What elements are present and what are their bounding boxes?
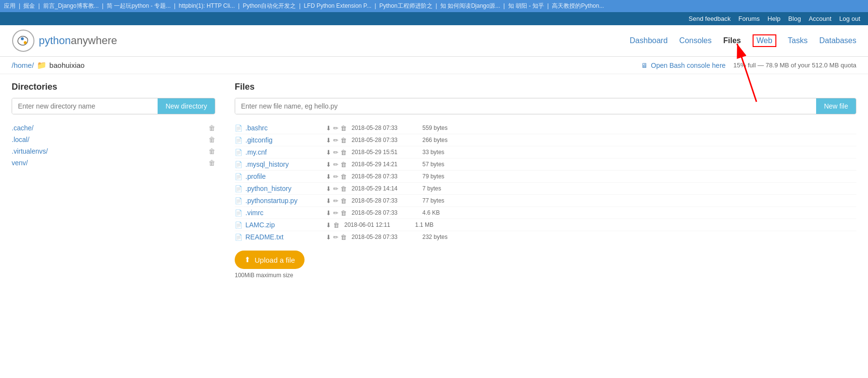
delete-file-icon[interactable]: 🗑 bbox=[340, 185, 347, 192]
delete-file-icon[interactable]: 🗑 bbox=[340, 197, 347, 205]
delete-directory-icon[interactable]: 🗑 bbox=[209, 124, 215, 132]
nav-dashboard[interactable]: Dashboard bbox=[630, 36, 668, 45]
account-link[interactable]: Account bbox=[809, 15, 832, 22]
breadcrumb-right: 🖥 Open Bash console here 15% full — 78.9… bbox=[641, 62, 856, 69]
forums-link[interactable]: Forums bbox=[739, 15, 760, 22]
new-directory-form: New directory bbox=[12, 98, 215, 114]
list-item: 📄 .my.cnf ⬇ ✏ 🗑 2018-05-29 15:51 33 byte… bbox=[235, 146, 856, 158]
new-directory-button[interactable]: New directory bbox=[158, 98, 215, 114]
file-link[interactable]: README.txt bbox=[245, 233, 323, 241]
edit-icon[interactable]: ✏ bbox=[333, 173, 338, 180]
download-icon[interactable]: ⬇ bbox=[326, 137, 331, 144]
delete-file-icon[interactable]: 🗑 bbox=[333, 221, 339, 229]
nav-web[interactable]: Web bbox=[753, 34, 776, 47]
send-feedback-link[interactable]: Send feedback bbox=[689, 15, 731, 22]
download-icon[interactable]: ⬇ bbox=[326, 209, 331, 217]
file-link[interactable]: .gitconfig bbox=[245, 136, 323, 144]
delete-file-icon[interactable]: 🗑 bbox=[340, 161, 347, 168]
file-icon: 📄 bbox=[235, 161, 242, 168]
list-item: 📄 .bashrc ⬇ ✏ 🗑 2018-05-28 07:33 559 byt… bbox=[235, 122, 856, 134]
file-link[interactable]: .profile bbox=[245, 173, 323, 180]
download-icon[interactable]: ⬇ bbox=[326, 221, 331, 229]
download-icon[interactable]: ⬇ bbox=[326, 197, 331, 205]
file-date: 2018-05-29 14:14 bbox=[352, 185, 419, 192]
delete-file-icon[interactable]: 🗑 bbox=[340, 125, 347, 132]
help-link[interactable]: Help bbox=[768, 15, 781, 22]
download-icon[interactable]: ⬇ bbox=[326, 161, 331, 168]
list-item: 📄 README.txt ⬇ ✏ 🗑 2018-05-28 07:33 232 … bbox=[235, 231, 856, 243]
edit-icon[interactable]: ✏ bbox=[333, 185, 338, 192]
new-directory-input[interactable] bbox=[12, 98, 158, 114]
delete-directory-icon[interactable]: 🗑 bbox=[209, 136, 215, 143]
file-link[interactable]: .mysql_history bbox=[245, 160, 323, 168]
upload-file-button[interactable]: ⬆ Upload a file bbox=[235, 251, 305, 269]
file-icon: 📄 bbox=[235, 221, 242, 229]
download-icon[interactable]: ⬇ bbox=[326, 185, 331, 192]
list-item: .virtualenvs/ 🗑 bbox=[12, 145, 215, 157]
directory-link[interactable]: .virtualenvs/ bbox=[12, 147, 48, 155]
new-file-form: New file bbox=[235, 98, 856, 114]
delete-file-icon[interactable]: 🗑 bbox=[340, 234, 347, 241]
list-item: .local/ 🗑 bbox=[12, 134, 215, 145]
file-link[interactable]: .pythonstartup.py bbox=[245, 197, 323, 205]
delete-file-icon[interactable]: 🗑 bbox=[340, 149, 347, 156]
list-item: 📄 .pythonstartup.py ⬇ ✏ 🗑 2018-05-28 07:… bbox=[235, 195, 856, 207]
logout-link[interactable]: Log out bbox=[839, 15, 860, 22]
file-size: 33 bytes bbox=[422, 149, 456, 156]
delete-file-icon[interactable]: 🗑 bbox=[340, 209, 347, 217]
home-link[interactable]: /home/ bbox=[12, 61, 34, 69]
blog-link[interactable]: Blog bbox=[788, 15, 801, 22]
file-link[interactable]: LAMC.zip bbox=[245, 221, 323, 229]
edit-icon[interactable]: ✏ bbox=[333, 125, 338, 132]
svg-point-1 bbox=[21, 37, 24, 40]
new-file-input[interactable] bbox=[235, 98, 816, 114]
file-actions: ⬇ ✏ 🗑 bbox=[326, 185, 347, 192]
file-icon: 📄 bbox=[235, 173, 242, 180]
delete-directory-icon[interactable]: 🗑 bbox=[209, 159, 215, 167]
directory-link[interactable]: .local/ bbox=[12, 136, 30, 143]
file-date: 2018-06-01 12:11 bbox=[344, 221, 412, 228]
edit-icon[interactable]: ✏ bbox=[333, 137, 338, 144]
download-icon[interactable]: ⬇ bbox=[326, 234, 331, 241]
breadcrumb: /home/ 📁 baohuixiao bbox=[12, 61, 84, 70]
logo: pythonanywhere bbox=[12, 29, 117, 52]
nav-consoles[interactable]: Consoles bbox=[679, 36, 712, 45]
list-item: 📄 .profile ⬇ ✏ 🗑 2018-05-28 07:33 79 byt… bbox=[235, 171, 856, 183]
file-actions: ⬇ ✏ 🗑 bbox=[326, 234, 347, 241]
file-link[interactable]: .python_history bbox=[245, 185, 323, 192]
file-list: 📄 .bashrc ⬇ ✏ 🗑 2018-05-28 07:33 559 byt… bbox=[235, 122, 856, 243]
edit-icon[interactable]: ✏ bbox=[333, 209, 338, 217]
edit-icon[interactable]: ✏ bbox=[333, 161, 338, 168]
download-icon[interactable]: ⬇ bbox=[326, 125, 331, 132]
edit-icon[interactable]: ✏ bbox=[333, 149, 338, 156]
list-item: 📄 .gitconfig ⬇ ✏ 🗑 2018-05-28 07:33 266 … bbox=[235, 134, 856, 146]
file-link[interactable]: .my.cnf bbox=[245, 148, 323, 156]
file-icon: 📄 bbox=[235, 137, 242, 144]
nav-tasks[interactable]: Tasks bbox=[788, 36, 808, 45]
file-size: 4.6 KB bbox=[422, 209, 456, 216]
nav-databases[interactable]: Databases bbox=[820, 36, 857, 45]
delete-directory-icon[interactable]: 🗑 bbox=[209, 147, 215, 155]
download-icon[interactable]: ⬇ bbox=[326, 149, 331, 156]
new-file-button[interactable]: New file bbox=[816, 98, 856, 114]
edit-icon[interactable]: ✏ bbox=[333, 197, 338, 205]
edit-icon[interactable]: ✏ bbox=[333, 234, 338, 241]
directories-section: Directories New directory .cache/ 🗑 .loc… bbox=[12, 82, 215, 279]
file-size: 79 bytes bbox=[422, 173, 456, 180]
nav-files[interactable]: Files bbox=[723, 36, 741, 45]
directory-name: baohuixiao bbox=[49, 61, 85, 69]
directory-link[interactable]: venv/ bbox=[12, 159, 28, 167]
directory-list: .cache/ 🗑 .local/ 🗑 .virtualenvs/ 🗑 venv… bbox=[12, 122, 215, 169]
file-link[interactable]: .bashrc bbox=[245, 124, 323, 132]
open-bash-console-button[interactable]: 🖥 Open Bash console here bbox=[641, 62, 725, 69]
file-actions: ⬇ ✏ 🗑 bbox=[326, 137, 347, 144]
download-icon[interactable]: ⬇ bbox=[326, 173, 331, 180]
file-icon: 📄 bbox=[235, 234, 242, 241]
file-link[interactable]: .vimrc bbox=[245, 209, 323, 217]
delete-file-icon[interactable]: 🗑 bbox=[340, 173, 347, 180]
file-icon: 📄 bbox=[235, 125, 242, 132]
delete-file-icon[interactable]: 🗑 bbox=[340, 137, 347, 144]
directory-link[interactable]: .cache/ bbox=[12, 124, 33, 132]
content-area: Directories New directory .cache/ 🗑 .loc… bbox=[0, 74, 868, 286]
file-date: 2018-05-28 07:33 bbox=[352, 234, 419, 240]
